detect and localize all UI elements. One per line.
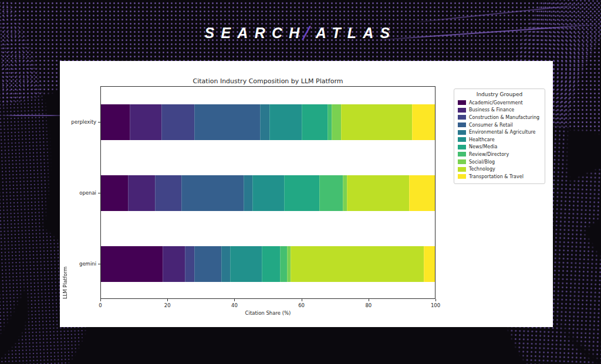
legend-item-environmental-agriculture: Environmental & Agriculture (458, 128, 541, 136)
bar-segment-openai-social-blog (343, 175, 347, 211)
legend-label: News/Media (469, 144, 497, 149)
bar-segment-perplexity-news-media (302, 104, 327, 140)
background-streak (0, 115, 67, 116)
legend-swatch-icon (458, 130, 466, 135)
legend-swatch-icon (458, 174, 466, 179)
legend-item-transportation-travel: Transportation & Travel (458, 173, 541, 181)
legend-label: Environmental & Agriculture (469, 130, 536, 135)
legend-title: Industry Grouped (458, 91, 541, 97)
x-tick-mark (100, 299, 101, 301)
bar-segment-perplexity-review-directory (327, 104, 332, 140)
bar-segment-perplexity-healthcare (269, 104, 302, 140)
search-atlas-logo: SEARCH/ATLAS (0, 25, 601, 42)
legend-label: Construction & Manufacturing (469, 115, 539, 120)
legend-item-review-directory: Review/Directory (458, 151, 541, 158)
legend-swatch-icon (458, 137, 466, 142)
x-tick-mark (435, 299, 436, 301)
chart-panel: Citation Industry Composition by LLM Pla… (60, 61, 553, 327)
legend-item-academic-government: Academic/Government (458, 99, 541, 107)
bar-segment-perplexity-environmental-agriculture (260, 104, 270, 140)
x-axis-label: Citation Share (%) (100, 310, 435, 316)
legend-label: Social/Blog (469, 159, 495, 165)
bar-segment-openai-news-media (284, 175, 319, 211)
bar-segment-openai-review-directory (319, 175, 343, 211)
bar-segment-perplexity-business-finance (130, 104, 161, 140)
bar-segment-openai-consumer-retail (181, 175, 244, 211)
bar-segment-gemini-environmental-agriculture (221, 246, 229, 282)
bar-segment-openai-healthcare (252, 175, 285, 211)
x-tick-mark (369, 299, 369, 301)
bar-segment-gemini-academic-government (101, 246, 163, 282)
legend-swatch-icon (458, 152, 466, 157)
bar-segment-openai-academic-government (101, 175, 128, 211)
bar-row-perplexity (101, 104, 435, 140)
x-tick-label-100: 100 (427, 302, 444, 308)
bar-segment-perplexity-transportation-travel (412, 104, 435, 140)
y-tick-mark (98, 264, 100, 264)
chart-title: Citation Industry Composition by LLM Pla… (100, 77, 435, 85)
x-tick-mark (302, 299, 302, 301)
bar-segment-gemini-consumer-retail (194, 246, 221, 282)
legend-item-construction-manufacturing: Construction & Manufacturing (458, 114, 541, 121)
bar-segment-openai-construction-manufacturing (155, 175, 181, 211)
bar-segment-openai-technology (347, 175, 408, 211)
legend-label: Review/Directory (469, 152, 509, 157)
y-axis-label: LLM Platform (62, 86, 68, 299)
bar-segment-perplexity-consumer-retail (194, 104, 260, 140)
legend-swatch-icon (458, 167, 466, 172)
bar-segment-gemini-construction-manufacturing (185, 246, 195, 282)
y-tick-mark (98, 122, 100, 123)
legend-swatch-icon (458, 108, 466, 113)
x-tick-label-20: 20 (158, 302, 176, 308)
legend-item-social-blog: Social/Blog (458, 158, 541, 166)
bar-segment-openai-transportation-travel (409, 175, 435, 211)
axes (100, 86, 435, 299)
bar-segment-perplexity-social-blog (332, 104, 342, 140)
y-tick-mark (98, 193, 100, 193)
bar-segment-gemini-transportation-travel (424, 246, 435, 282)
legend-swatch-icon (458, 115, 466, 120)
bar-row-gemini (101, 246, 435, 282)
legend-label: Business & Finance (469, 107, 514, 113)
legend-item-consumer-retail: Consumer & Retail (458, 121, 541, 129)
legend-swatch-icon (458, 159, 466, 164)
legend: Industry Grouped Academic/GovernmentBusi… (454, 89, 545, 184)
x-tick-mark (234, 299, 235, 301)
legend-item-business-finance: Business & Finance (458, 107, 541, 114)
x-tick-label-0: 0 (92, 302, 109, 308)
x-tick-mark (167, 299, 168, 301)
legend-item-healthcare: Healthcare (458, 136, 541, 144)
legend-items: Academic/GovernmentBusiness & FinanceCon… (458, 99, 541, 181)
logo-text-atlas: ATLAS (316, 25, 397, 41)
bar-segment-gemini-business-finance (163, 246, 185, 282)
bar-segment-openai-environmental-agriculture (244, 175, 252, 211)
legend-item-technology: Technology (458, 165, 541, 173)
legend-label: Transportation & Travel (469, 174, 524, 179)
bar-segment-gemini-technology (291, 246, 424, 282)
background-streak (411, 4, 587, 23)
legend-swatch-icon (458, 123, 466, 127)
bar-segment-gemini-review-directory (280, 246, 286, 282)
legend-swatch-icon (458, 145, 466, 149)
x-tick-label-60: 60 (293, 302, 310, 308)
x-tick-label-80: 80 (360, 302, 377, 308)
legend-swatch-icon (458, 100, 466, 105)
bar-row-openai (101, 175, 435, 211)
bar-segment-gemini-healthcare (230, 246, 262, 282)
legend-item-news-media: News/Media (458, 144, 541, 151)
bar-segment-perplexity-academic-government (101, 104, 130, 140)
bar-segment-perplexity-construction-manufacturing (161, 104, 194, 140)
legend-label: Healthcare (469, 137, 495, 142)
bar-segment-perplexity-technology (341, 104, 412, 140)
legend-label: Academic/Government (469, 100, 523, 106)
legend-label: Technology (469, 166, 495, 172)
bar-segment-gemini-news-media (262, 246, 280, 282)
bar-segment-openai-business-finance (128, 175, 155, 211)
x-tick-label-40: 40 (225, 302, 243, 308)
legend-label: Consumer & Retail (469, 123, 513, 128)
logo-text-search: SEARCH (204, 25, 306, 41)
